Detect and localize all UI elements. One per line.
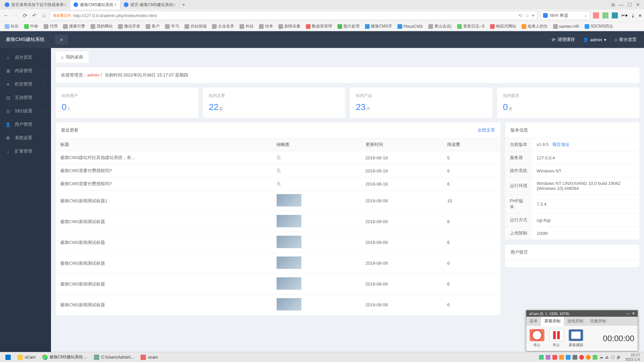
close-icon[interactable]: × bbox=[114, 2, 117, 7]
ocam-titlebar[interactable]: oCam (0, 1, 1920, 1079) —✕ bbox=[526, 310, 638, 317]
tray-icon[interactable] bbox=[539, 355, 544, 360]
bookmark-item[interactable]: 临泉人的生 bbox=[520, 23, 550, 29]
browser-tab[interactable]: 留言-极致CMS建站系统× bbox=[120, 0, 179, 9]
forward-button[interactable]: → bbox=[12, 12, 19, 18]
bookmark-item[interactable]: 企业名录 bbox=[210, 23, 236, 29]
admin-menu[interactable]: 👤admin▾ bbox=[583, 37, 606, 42]
tray-icon[interactable] bbox=[573, 355, 577, 360]
close-icon[interactable]: ✕ bbox=[632, 311, 635, 316]
taskbar-item[interactable]: 极致CMS建站系统 ... bbox=[39, 353, 91, 362]
menu-icon[interactable]: ≡ bbox=[639, 13, 641, 18]
taskbar-item[interactable]: ocam bbox=[137, 353, 161, 362]
new-tab-button[interactable]: + bbox=[179, 2, 188, 8]
bookmark-item[interactable]: 响应式网站 bbox=[488, 23, 518, 29]
close-window-icon[interactable]: ✕ bbox=[636, 2, 640, 8]
maximize-icon[interactable]: ☐ bbox=[628, 2, 632, 8]
bookmark-item[interactable]: 学习 bbox=[163, 23, 181, 29]
cut-icon[interactable]: ✂▾ bbox=[621, 13, 628, 18]
battery-icon[interactable]: 🖵 bbox=[611, 355, 614, 359]
table-row[interactable]: 极致CMS新闻测试标题12019-08-0915 bbox=[56, 191, 500, 211]
bookmark-item[interactable]: 图片处理 bbox=[335, 23, 362, 29]
menu-toggle-button[interactable]: ≡ bbox=[55, 35, 68, 45]
ocam-tab[interactable]: 音频录制 bbox=[587, 317, 609, 326]
extension-icon[interactable] bbox=[612, 12, 618, 18]
close-icon[interactable]: × bbox=[64, 2, 66, 7]
sidebar-item[interactable]: ⊡互动管理› bbox=[0, 91, 51, 104]
table-row[interactable]: 极致CMS新闻测试标题2019-08-098 bbox=[56, 211, 500, 232]
table-row[interactable]: 极致CMS需要付费授权吗?无2019-08-195 bbox=[56, 164, 500, 177]
tray-icon[interactable] bbox=[593, 355, 597, 360]
back-button[interactable]: ← bbox=[3, 12, 9, 18]
sidebar-item[interactable]: ↓扩展管理› bbox=[0, 145, 51, 158]
network-icon[interactable]: 🖧 bbox=[605, 355, 609, 359]
project-link[interactable]: 项目地址 bbox=[552, 142, 570, 147]
bookmark-item[interactable]: SDCMS四合 bbox=[583, 23, 615, 29]
bookmark-item[interactable]: 微信开发 bbox=[116, 23, 142, 29]
bookmark-item[interactable]: 黄山会议( bbox=[426, 23, 454, 29]
table-row[interactable]: 极致CMS新闻测试标题2019-08-096 bbox=[56, 295, 500, 315]
sidebar-item[interactable]: ⊞内容管理› bbox=[0, 64, 51, 77]
download-icon[interactable]: ⭳ bbox=[631, 13, 635, 18]
home-button[interactable]: ⌂ bbox=[40, 12, 47, 18]
bookmark-item[interactable]: 外挂 bbox=[237, 23, 256, 29]
refresh-button[interactable]: ⟳ bbox=[21, 12, 28, 19]
ocam-window[interactable]: oCam (0, 1, 1920, 1079) —✕ 菜单屏幕录制游戏录制音频录… bbox=[526, 310, 638, 351]
search-box[interactable]: html 单选 ⌕ bbox=[540, 11, 590, 20]
browser-tab[interactable]: 极致CMS建站系统× bbox=[70, 0, 120, 9]
close-icon[interactable]: × bbox=[173, 2, 176, 7]
bookmark-item[interactable]: 我的网站 bbox=[89, 23, 115, 29]
bookmark-item[interactable]: 客户 bbox=[144, 23, 162, 29]
bookmark-item[interactable]: 仿站前端 bbox=[182, 23, 209, 29]
ocam-tab[interactable]: 屏幕录制 bbox=[541, 317, 564, 326]
bookmark-item[interactable]: 代理 bbox=[42, 23, 60, 29]
sidebar-item[interactable]: 👤用户管理› bbox=[0, 118, 51, 131]
table-row[interactable]: 极致CMS需要付费授权吗?无2019-08-196 bbox=[56, 177, 500, 191]
taskbar-item[interactable]: C:\Users\Admin\... bbox=[91, 353, 137, 362]
minimize-icon[interactable]: — bbox=[626, 311, 630, 316]
tray-icon[interactable] bbox=[552, 355, 557, 360]
ocam-capture-button[interactable]: 屏幕捕获 bbox=[569, 329, 583, 348]
clear-cache-button[interactable]: ⟳清理缓存 bbox=[552, 37, 575, 43]
ocam-tab[interactable]: 菜单 bbox=[526, 317, 541, 326]
ocam-tab[interactable]: 游戏录制 bbox=[564, 317, 587, 326]
ocam-stop-button[interactable]: 停止 bbox=[530, 329, 544, 348]
bookmark-item[interactable]: 更新日志--S bbox=[455, 23, 487, 29]
bookmark-item[interactable]: 站长 bbox=[3, 23, 21, 29]
extension-icon[interactable] bbox=[602, 12, 608, 18]
table-row[interactable]: 极致CMS新闻测试标题2019-08-096 bbox=[56, 253, 500, 274]
bookmark-item[interactable]: 中标 bbox=[22, 23, 40, 29]
extension-icon[interactable] bbox=[593, 12, 599, 18]
taskbar-item[interactable]: oCam bbox=[14, 353, 39, 362]
table-row[interactable]: 极致CMS新闻测试标题2019-08-096 bbox=[56, 232, 500, 253]
table-row[interactable]: 极致CMS建站对比其他建站系统，有...无2019-08-195 bbox=[56, 151, 500, 164]
search-icon[interactable]: ⌕ bbox=[585, 13, 587, 18]
undo-button[interactable]: ↶ bbox=[31, 12, 38, 19]
bookmark-item[interactable]: 数据库管理 bbox=[304, 23, 334, 29]
ocam-pause-button[interactable]: 停止 bbox=[549, 329, 564, 348]
tray-icon[interactable] bbox=[559, 355, 564, 360]
page-tab-desktop[interactable]: ⌂我的桌面 bbox=[56, 51, 89, 63]
sidebar-item[interactable]: ≡栏目管理› bbox=[0, 77, 51, 91]
front-link[interactable]: ⌂前台首页 bbox=[614, 37, 637, 43]
bookmark-item[interactable]: 极致CMS开 bbox=[363, 23, 394, 29]
chevron-down-icon[interactable]: ▾ bbox=[532, 13, 534, 18]
cloud-icon[interactable]: ☁ bbox=[599, 355, 603, 359]
sidebar-item[interactable]: ⌂后台首页 bbox=[0, 51, 51, 64]
window-mode-icon[interactable]: ⧉ bbox=[611, 2, 615, 8]
start-button[interactable] bbox=[2, 353, 14, 362]
bookmark-item[interactable]: 剧情采集 bbox=[276, 23, 303, 29]
star-icon[interactable]: ☆ bbox=[525, 13, 529, 18]
bookmark-item[interactable]: samtec-HR bbox=[551, 24, 581, 29]
bookmark-item[interactable]: 搜索引擎 bbox=[61, 23, 87, 29]
tray-icon[interactable] bbox=[586, 355, 591, 360]
tray-icon[interactable] bbox=[579, 355, 584, 360]
volume-icon[interactable]: 🔊 bbox=[616, 355, 621, 359]
bookmark-item[interactable]: PbootCMS bbox=[395, 24, 425, 29]
minimize-icon[interactable]: — bbox=[619, 2, 624, 8]
tray-icon[interactable] bbox=[546, 355, 550, 360]
tray-icon[interactable] bbox=[566, 355, 571, 360]
clock[interactable]: 15:17 2022-1-6 bbox=[623, 353, 642, 361]
url-bar[interactable]: 域名重定向 http://127.0.0.4/admin.php/Index/i… bbox=[50, 11, 537, 20]
browser-tab[interactable]: 留言表单添加下拉字段或者单× bbox=[1, 0, 70, 9]
all-articles-link[interactable]: 全部文章 bbox=[478, 127, 495, 133]
